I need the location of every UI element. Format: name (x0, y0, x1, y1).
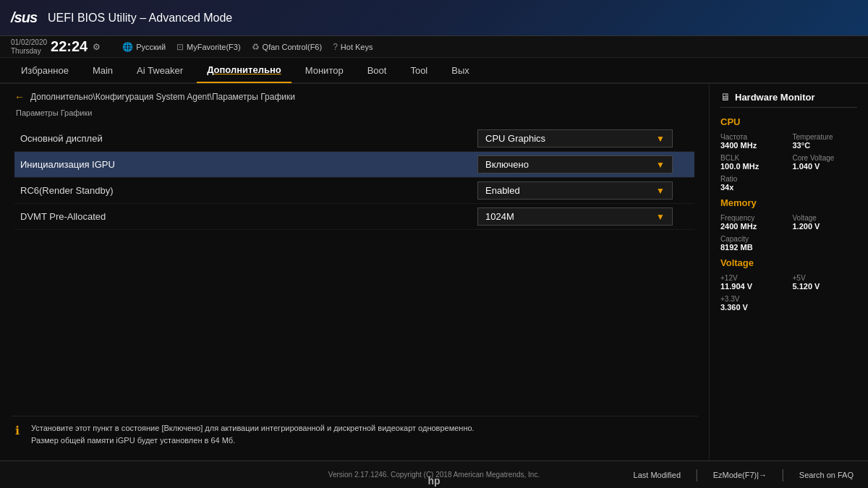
hotkeys-button[interactable]: ? Hot Keys (333, 42, 373, 52)
breadcrumb-arrow[interactable]: ← (14, 91, 25, 103)
setting-value-dvmt[interactable]: 1024M ▼ (477, 207, 694, 226)
cpu-section-title: CPU (720, 116, 857, 127)
voltage-stats: +12V 11.904 V +5V 5.120 V (720, 274, 857, 292)
mem-voltage-value: 1.200 V (793, 222, 858, 231)
setting-row-dvmt: DVMT Pre-Allocated 1024M ▼ (14, 204, 694, 230)
settings-icon[interactable]: ⚙ (93, 42, 101, 52)
mem-capacity-label: Capacity (720, 235, 857, 243)
bios-title: UEFI BIOS Utility – Advanced Mode (48, 12, 232, 25)
v5-value: 5.120 V (793, 282, 858, 291)
qfan-label: Qfan Control(F6) (263, 43, 323, 51)
nav-item-tool[interactable]: Tool (400, 57, 438, 83)
hotkeys-label: Hot Keys (341, 43, 373, 51)
setting-value-primary-display[interactable]: CPU Graphics ▼ (477, 129, 694, 147)
info-icon: ℹ (11, 424, 24, 437)
mem-frequency-label: Frequency (720, 214, 786, 222)
datetime-bar: 01/02/2020 Thursday 22:24 ⚙ 🌐 Русский ⊡ … (0, 36, 868, 58)
cpu-ratio-stat: Ratio 34x (720, 175, 857, 192)
content-area: ← Дополнительно\Конфигурация System Agen… (0, 84, 868, 461)
hw-monitor-title: 🖥 Hardware Monitor (720, 91, 857, 108)
setting-label-dvmt: DVMT Pre-Allocated (14, 211, 477, 222)
mem-capacity-value: 8192 MB (720, 243, 857, 252)
nav-item-boot[interactable]: Boot (357, 57, 397, 83)
info-text-line2: Размер общей памяти iGPU будет установле… (31, 435, 475, 448)
cpu-bclk-label: BCLK (720, 154, 786, 162)
cpu-frequency-stat: Частота 3400 MHz (720, 133, 786, 150)
favorite-label: MyFavorite(F3) (187, 43, 241, 51)
v33-label: +3.3V (720, 295, 857, 303)
nav-item-monitor[interactable]: Монитор (295, 57, 354, 83)
setting-label-primary-display: Основной дисплей (14, 133, 477, 144)
ez-mode-button[interactable]: EzMode(F7)|→ (713, 471, 767, 479)
memory-stats: Frequency 2400 MHz Voltage 1.200 V (720, 214, 857, 232)
toolbar-items: 🌐 Русский ⊡ MyFavorite(F3) ♻ Qfan Contro… (122, 42, 373, 52)
dropdown-dvmt[interactable]: 1024M ▼ (477, 207, 673, 226)
dropdown-rc6[interactable]: Enabled ▼ (477, 181, 673, 200)
dropdown-primary-display[interactable]: CPU Graphics ▼ (477, 129, 673, 147)
setting-value-igpu-init[interactable]: Включено ▼ (477, 155, 694, 174)
qfan-icon: ♻ (252, 42, 260, 52)
setting-value-rc6[interactable]: Enabled ▼ (477, 181, 694, 200)
cpu-voltage-label: Core Voltage (793, 154, 858, 162)
cpu-ratio-value: 34x (720, 183, 857, 192)
language-label: Русский (136, 43, 166, 51)
setting-row-igpu-init: Инициализация IGPU Включено ▼ (14, 152, 694, 178)
v12-stat: +12V 11.904 V (720, 274, 786, 291)
nav-item-main[interactable]: Main (82, 57, 123, 83)
cpu-frequency-value: 3400 MHz (720, 141, 786, 150)
monitor-icon: 🖥 (720, 91, 731, 103)
setting-label-igpu-init: Инициализация IGPU (14, 159, 477, 170)
dropdown-arrow-dvmt: ▼ (656, 212, 665, 222)
dropdown-arrow-rc6: ▼ (656, 186, 665, 196)
info-text: Установите этот пункт в состояние [Включ… (31, 422, 475, 448)
info-text-line1: Установите этот пункт в состояние [Включ… (31, 422, 475, 435)
v33-stat: +3.3V 3.360 V (720, 295, 857, 312)
cpu-temp-stat: Temperature 33°C (793, 133, 858, 150)
cpu-ratio-label: Ratio (720, 175, 857, 183)
v33-value: 3.360 V (720, 303, 857, 312)
date-line1: 01/02/2020 (11, 38, 47, 47)
cpu-stats: Частота 3400 MHz Temperature 33°C BCLK 1… (720, 133, 857, 172)
hp-logo: hp (427, 475, 440, 488)
cpu-voltage-stat: Core Voltage 1.040 V (793, 154, 858, 171)
bottom-divider-2: | (781, 467, 785, 482)
mem-frequency-stat: Frequency 2400 MHz (720, 214, 786, 231)
mem-voltage-label: Voltage (793, 214, 858, 222)
setting-row-primary-display: Основной дисплей CPU Graphics ▼ (14, 126, 694, 152)
setting-row-rc6: RC6(Render Standby) Enabled ▼ (14, 178, 694, 204)
v5-stat: +5V 5.120 V (793, 274, 858, 291)
dropdown-arrow-primary-display: ▼ (656, 134, 665, 144)
hw-monitor-label: Hardware Monitor (735, 92, 815, 103)
date-line2: Thursday (11, 47, 47, 56)
qfan-button[interactable]: ♻ Qfan Control(F6) (252, 42, 323, 52)
cpu-bclk-stat: BCLK 100.0 MHz (720, 154, 786, 171)
mem-capacity-stat: Capacity 8192 MB (720, 235, 857, 252)
cpu-temp-value: 33°C (793, 141, 858, 150)
last-modified-button[interactable]: Last Modified (634, 471, 681, 479)
voltage-section-title: Voltage (720, 257, 857, 268)
bottom-divider-1: | (695, 467, 699, 482)
search-faq-button[interactable]: Search on FAQ (799, 471, 854, 479)
memory-section-title: Memory (720, 197, 857, 208)
cpu-frequency-label: Частота (720, 133, 786, 141)
myfavorite-button[interactable]: ⊡ MyFavorite(F3) (176, 42, 241, 52)
nav-item-favorites[interactable]: Избранное (11, 57, 79, 83)
setting-label-rc6: RC6(Render Standby) (14, 185, 477, 196)
nav-item-exit[interactable]: Вых (441, 57, 480, 83)
dropdown-value-rc6: Enabled (485, 185, 520, 196)
nav-item-advanced[interactable]: Дополнительно (197, 57, 292, 83)
breadcrumb: ← Дополнительно\Конфигурация System Agen… (14, 91, 694, 103)
mem-voltage-stat: Voltage 1.200 V (793, 214, 858, 231)
dropdown-value-primary-display: CPU Graphics (485, 133, 545, 144)
language-selector[interactable]: 🌐 Русский (122, 42, 166, 52)
v12-label: +12V (720, 274, 786, 282)
cpu-voltage-value: 1.040 V (793, 162, 858, 171)
breadcrumb-path: Дополнительно\Конфигурация System Agent\… (30, 92, 295, 102)
nav-item-ai-tweaker[interactable]: Ai Tweaker (127, 57, 193, 83)
section-label: Параметры Графики (14, 108, 694, 117)
bottom-right: Last Modified | EzMode(F7)|→ | Search on… (574, 467, 854, 482)
main-nav: Избранное Main Ai Tweaker Дополнительно … (0, 58, 868, 84)
hotkeys-icon: ? (333, 42, 338, 52)
dropdown-igpu-init[interactable]: Включено ▼ (477, 155, 673, 174)
datetime-left: 01/02/2020 Thursday 22:24 ⚙ (11, 38, 101, 56)
